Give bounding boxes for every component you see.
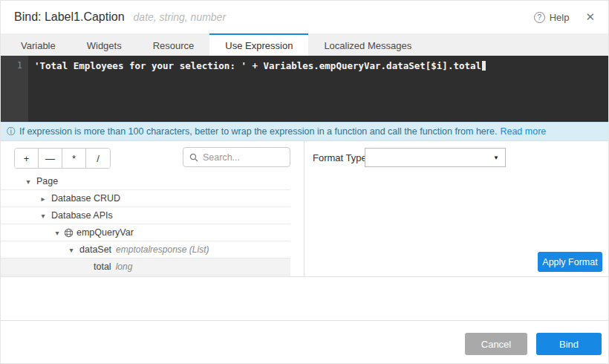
read-more-link[interactable]: Read more: [500, 126, 546, 137]
chevron-down-icon[interactable]: ▾: [38, 212, 48, 220]
main-panel: + — * / Format Type ▼ Apply Format ▾ Pag…: [1, 141, 608, 276]
service-variable-globe-icon: [64, 228, 74, 238]
search-input[interactable]: [203, 152, 284, 163]
dialog-subtitle: date, string, number: [134, 11, 227, 23]
tree-item-label: empQueryVar: [76, 227, 134, 238]
tab-resource[interactable]: Resource: [137, 33, 210, 56]
chevron-right-icon[interactable]: ▸: [38, 195, 48, 203]
apply-format-button[interactable]: Apply Format: [538, 252, 602, 272]
tree-item-database-crud[interactable]: ▸ Database CRUD: [1, 190, 290, 207]
multiply-operator-button[interactable]: *: [62, 149, 86, 168]
panel-divider: [304, 141, 304, 276]
tree-item-page[interactable]: ▾ Page: [1, 173, 290, 190]
tree-item-label: Database APIs: [51, 210, 113, 221]
help-label: Help: [550, 12, 570, 23]
tree-search-box[interactable]: [183, 147, 290, 167]
plus-operator-button[interactable]: +: [15, 149, 39, 168]
tab-variable[interactable]: Variable: [5, 33, 71, 56]
info-text: If expression is more than 100 character…: [19, 126, 497, 137]
divide-operator-button[interactable]: /: [86, 149, 110, 168]
chevron-down-icon[interactable]: ▾: [23, 178, 33, 186]
tab-use-expression[interactable]: Use Expression: [209, 33, 308, 56]
tree-item-type: emptotalresponse (List): [116, 244, 209, 255]
tab-bar: Variable Widgets Resource Use Expression…: [1, 33, 608, 56]
chevron-down-icon[interactable]: ▾: [66, 246, 76, 254]
tree-item-label: Page: [36, 176, 58, 186]
tree-item-label: Database CRUD: [51, 193, 120, 204]
section-divider: [1, 276, 608, 277]
info-icon: ⓘ: [7, 126, 16, 138]
minus-operator-button[interactable]: —: [39, 149, 62, 168]
close-icon[interactable]: ✕: [585, 10, 595, 24]
tree-item-database-apis[interactable]: ▾ Database APIs: [1, 207, 290, 224]
bind-button[interactable]: Bind: [536, 333, 602, 355]
tree-item-type: long: [116, 261, 133, 272]
expression-editor[interactable]: 1 'Total Employees for your selection: '…: [1, 56, 608, 122]
info-banner: ⓘ If expression is more than 100 charact…: [1, 122, 608, 141]
tree-item-total[interactable]: total long: [1, 259, 290, 276]
editor-code-area[interactable]: 'Total Employees for your selection: ' +…: [28, 56, 608, 122]
help-button[interactable]: ? Help: [534, 12, 570, 23]
help-icon: ?: [534, 12, 545, 23]
format-type-dropdown[interactable]: ▼: [365, 148, 506, 167]
text-cursor: [482, 61, 486, 71]
dialog-header: Bind: Label1.Caption date, string, numbe…: [1, 1, 608, 33]
line-number: 1: [1, 60, 22, 71]
variable-tree: ▾ Page ▸ Database CRUD ▾ Database APIs ▾…: [1, 173, 304, 276]
search-icon: [189, 153, 198, 162]
tab-widgets[interactable]: Widgets: [71, 33, 137, 56]
tab-localized-messages[interactable]: Localized Messages: [308, 33, 427, 56]
editor-gutter: 1: [1, 56, 28, 122]
tree-item-label: dataSet: [79, 244, 111, 255]
tree-item-dataset[interactable]: ▾ dataSet emptotalresponse (List): [1, 241, 290, 259]
dialog-title: Bind: Label1.Caption: [14, 10, 125, 24]
cancel-button[interactable]: Cancel: [465, 333, 527, 355]
format-type-label: Format Type: [313, 152, 367, 163]
chevron-down-icon[interactable]: ▾: [52, 229, 62, 237]
dropdown-caret-icon: ▼: [493, 155, 499, 161]
tree-item-empqueryvar[interactable]: ▾ empQueryVar: [1, 224, 290, 241]
dialog-footer: Cancel Bind: [1, 321, 608, 363]
tree-item-label: total: [94, 261, 111, 272]
expression-text[interactable]: 'Total Employees for your selection: ' +…: [34, 60, 481, 71]
operator-button-group: + — * /: [14, 148, 111, 169]
